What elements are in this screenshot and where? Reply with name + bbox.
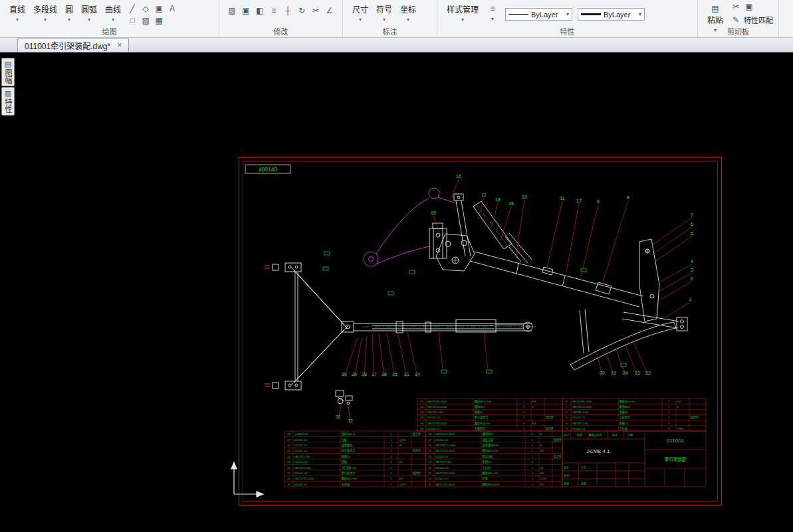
line-button-label: 直线 (9, 3, 25, 15)
hatch-icon[interactable]: ▨ (140, 15, 152, 26)
chevron-down-icon: ▾ (112, 17, 114, 23)
curve-button[interactable]: 曲线▾ (101, 1, 125, 23)
document-tab[interactable]: 011001牵引架装配.dwg* × (17, 38, 129, 52)
bom-cell: 支腿焊合 (475, 426, 487, 431)
callout-22: 22 (645, 371, 651, 375)
mirror-icon[interactable]: ◧ (254, 5, 266, 16)
ribbon-group-modify: ▨▣◧≡┼↻✂∠ 修改 (219, 0, 343, 37)
bom-cell: 2 (531, 444, 533, 447)
drawing-canvas[interactable]: ▤ 图幅 ▥ 特性 400140 (0, 52, 793, 532)
coordinate-button[interactable]: 坐标▾ (396, 1, 420, 23)
match-properties-button[interactable]: ✎ 特性匹配 (730, 15, 773, 25)
line-button[interactable]: 直线▾ (5, 1, 29, 23)
title-block-field: 工艺 (581, 466, 586, 470)
bom-cell: 011001-01 (427, 427, 441, 430)
bom-cell: 28 (287, 432, 290, 436)
bom-cell: 011001-11 (294, 444, 308, 447)
lineweight-combo[interactable]: ByLayer ▾ (578, 8, 645, 21)
bom-cell: 组合件 (554, 454, 562, 459)
dimension-button[interactable]: 尺寸▾ (348, 1, 372, 23)
bom-cell: 1 (523, 416, 525, 419)
leader-line (581, 205, 598, 277)
bom-cell: 3 (523, 405, 525, 408)
chevron-down-icon: ▾ (359, 17, 362, 23)
bom-cell: GB/T97.1-85 (294, 455, 311, 458)
bom-cell: 锁紧螺母M16 (483, 443, 500, 448)
bom-cell: GB/T5783-2000 (435, 472, 455, 475)
close-tab-icon[interactable]: × (117, 41, 122, 50)
fillet-icon[interactable]: ∠ (324, 5, 336, 16)
callout-11: 11 (560, 196, 564, 201)
circle-button[interactable]: 圆▾ (61, 1, 77, 23)
polyline-button-label: 多段线 (33, 3, 57, 15)
copy-icon[interactable]: ▣ (240, 5, 252, 16)
bom-tables: 34GB/T5782-2000螺栓M20×15018.833GB/T6170-2… (284, 399, 706, 487)
block-icon[interactable]: ▣ (153, 3, 165, 14)
leader-line (364, 335, 367, 377)
xline-icon[interactable]: ╱ (126, 3, 138, 14)
title-block-field: 设计 (564, 466, 569, 470)
bom-cell: 8 (540, 444, 542, 447)
bom-cell: 1 (531, 477, 533, 480)
callout-28: 28 (362, 372, 367, 377)
bom-cell: 螺栓M20×60 (620, 399, 635, 404)
bom-cell: 2 (531, 449, 533, 452)
chevron-down-icon: ▾ (407, 17, 409, 23)
bom-cell: 1 (390, 472, 392, 475)
bom-cell: 5 (566, 416, 568, 419)
move-icon[interactable]: ┼ (282, 5, 294, 16)
polygon-icon[interactable]: ◇ (140, 3, 152, 14)
bom-cell: GB/T5782-2000 (435, 449, 455, 452)
linetype-combo[interactable]: ByLayer ▾ (505, 8, 572, 21)
erase-icon[interactable]: ▨ (226, 5, 238, 16)
bom-cell: 组焊件 (554, 438, 562, 442)
bom-cell: 1 (390, 444, 392, 447)
callout-17: 17 (576, 199, 582, 203)
bom-cell: 11 (428, 472, 431, 475)
clipboard-minor: ✂ ▣ ✎ 特性匹配 (730, 1, 773, 25)
leader-line (478, 198, 484, 220)
polyline-button[interactable]: 多段线▾ (29, 1, 61, 23)
bom-cell: 33 (420, 405, 423, 408)
cut-icon[interactable]: ✂ (730, 1, 742, 12)
arc-button[interactable]: 圆弧▾ (77, 1, 101, 23)
leader-line (566, 204, 579, 272)
bom-cell: 14 (428, 455, 431, 458)
sidebar-tab-properties[interactable]: ▥ 特性 (1, 87, 15, 116)
layers-icon: ≡ (487, 3, 499, 14)
bom-cell: 24 (287, 455, 290, 458)
table-icon[interactable]: ▦ (153, 15, 165, 26)
text-icon[interactable]: A (166, 3, 178, 14)
bom-cell: 20 (287, 477, 290, 480)
offset-icon[interactable]: ≡ (268, 5, 280, 16)
symbol-button[interactable]: 符号▾ (372, 1, 396, 23)
bom-cell: 螺栓M16×50 (475, 421, 491, 426)
callout-26: 26 (382, 372, 387, 377)
document-tab-title: 011001牵引架装配.dwg* (25, 40, 110, 51)
layers-button[interactable]: ≡ ▾ (483, 1, 503, 22)
modify-group-label: 修改 (219, 26, 342, 37)
style-manager-button[interactable]: 样式管理 ▾ (443, 1, 483, 23)
sidebar-tab-sheet[interactable]: ▤ 图幅 (1, 58, 15, 86)
bom-cell: 1 (523, 400, 525, 403)
bom-cell: GB/T95-2000 (427, 410, 445, 414)
bom-cell: 下拉板 (620, 426, 628, 431)
bom-cell: 垫圈10 (342, 454, 351, 459)
bom-cell: 螺栓M16×90 (483, 448, 499, 453)
bom-cell: 垫圈20 (475, 410, 484, 414)
lineweight-sample-icon (581, 13, 601, 15)
copy-icon[interactable]: ▣ (743, 1, 755, 12)
bom-cell: 27 (287, 438, 290, 442)
properties-group-label: 特性 (437, 26, 697, 37)
title-block-field: 校对 (564, 474, 569, 478)
chevron-down-icon: ▾ (639, 11, 641, 17)
rotate-icon[interactable]: ↻ (296, 5, 308, 16)
bom-cell: Q235 (399, 438, 407, 442)
bom-cell: 2 (390, 432, 392, 436)
cad-drawing[interactable]: 400140 (0, 52, 793, 532)
ribbon: 直线▾多段线▾圆▾圆弧▾曲线▾ ╱□◇▨▣▦A 绘图 ▨▣◧≡┼↻✂∠ 修改 尺… (0, 0, 793, 38)
bom-cell: 2 (390, 460, 392, 464)
trim-icon[interactable]: ✂ (310, 5, 322, 16)
bom-cell: 2 (390, 466, 392, 470)
rectangle-icon[interactable]: □ (126, 15, 138, 26)
